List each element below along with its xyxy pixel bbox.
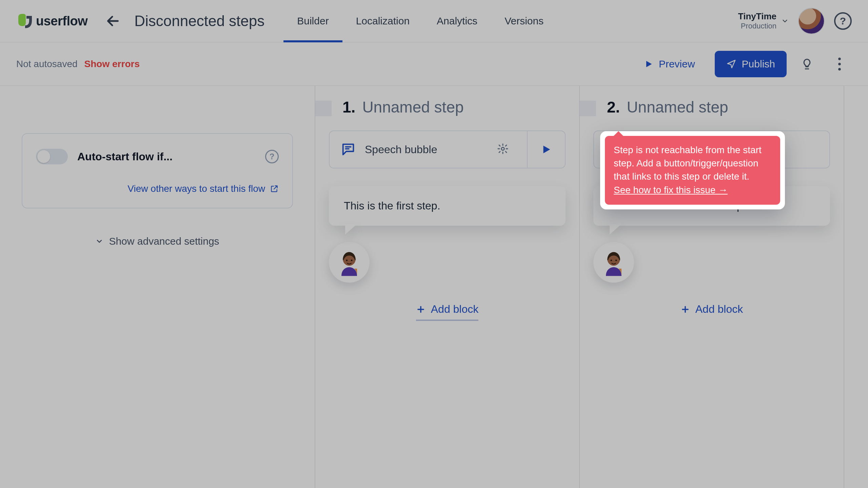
logo-mark-icon <box>16 13 33 29</box>
step-name: Unnamed step <box>362 98 463 116</box>
step-column-2: 2. Unnamed step Speech bubble And here i… <box>580 86 844 488</box>
workspace-name: TinyTime <box>738 12 776 22</box>
tab-label: Builder <box>297 15 329 27</box>
paper-plane-icon <box>726 59 736 69</box>
svg-point-1 <box>838 63 841 65</box>
auto-start-card: Auto-start flow if... ? View other ways … <box>22 133 293 208</box>
tab-builder[interactable]: Builder <box>283 0 342 42</box>
step-number: 2. <box>607 98 620 116</box>
bubble-tail-icon <box>610 224 621 235</box>
bubble-text: This is the first step. <box>344 200 440 212</box>
tab-label: Versions <box>505 15 544 27</box>
person-avatar-icon <box>598 247 629 278</box>
arrow-left-icon <box>105 14 120 28</box>
other-ways-label: View other ways to start this flow <box>127 183 265 194</box>
tab-localization[interactable]: Localization <box>342 0 423 42</box>
tab-label: Localization <box>356 15 410 27</box>
step-header[interactable]: 1. Unnamed step <box>342 98 566 116</box>
app-header: userflow Disconnected steps Builder Loca… <box>0 0 868 42</box>
step-error-tooltip: Step is not reachable from the start ste… <box>600 131 785 209</box>
block-type-label: Speech bubble <box>365 143 437 156</box>
svg-point-11 <box>615 260 617 261</box>
builder-toolbar: Not autosaved Show errors Preview Publis… <box>0 42 868 86</box>
help-icon: ? <box>840 15 846 27</box>
tab-versions[interactable]: Versions <box>491 0 557 42</box>
error-message: Step is not reachable from the start ste… <box>614 145 762 182</box>
speech-bubble-preview[interactable]: This is the first step. <box>329 186 566 226</box>
block-preview-button[interactable] <box>527 131 565 168</box>
external-link-icon <box>270 184 279 193</box>
page-title: Disconnected steps <box>134 13 264 29</box>
svg-point-6 <box>346 260 348 261</box>
canvas: Auto-start flow if... ? View other ways … <box>0 86 868 488</box>
auto-start-toggle[interactable] <box>36 149 68 164</box>
block-speech-bubble[interactable]: Speech bubble <box>329 130 566 168</box>
svg-point-0 <box>838 58 841 60</box>
svg-point-3 <box>501 147 505 150</box>
add-block-button[interactable]: Add block <box>416 303 479 321</box>
play-icon <box>644 59 653 69</box>
preview-button[interactable]: Preview <box>632 51 707 77</box>
plus-icon <box>416 305 426 314</box>
avatar[interactable] <box>798 8 825 34</box>
add-block-button[interactable]: Add block <box>680 303 743 321</box>
step-drag-handle[interactable] <box>580 101 596 116</box>
logo-text: userflow <box>36 14 87 28</box>
lightbulb-icon <box>801 58 813 70</box>
show-errors-link[interactable]: Show errors <box>84 59 140 69</box>
logo[interactable]: userflow <box>16 13 87 29</box>
workspace-switcher[interactable]: TinyTime Production <box>738 12 789 30</box>
step-name: Unnamed step <box>627 98 728 116</box>
help-button[interactable]: ? <box>834 12 852 30</box>
back-button[interactable] <box>101 9 125 33</box>
flow-settings-panel: Auto-start flow if... ? View other ways … <box>0 86 315 488</box>
svg-point-10 <box>611 260 612 261</box>
advanced-settings-toggle[interactable]: Show advanced settings <box>22 236 293 247</box>
step-column-1: 1. Unnamed step Speech bubble <box>315 86 580 488</box>
person-avatar-icon <box>334 247 365 278</box>
gear-icon[interactable] <box>497 143 509 155</box>
top-tabs: Builder Localization Analytics Versions <box>283 0 557 42</box>
speech-bubble-icon <box>340 142 356 157</box>
svg-point-2 <box>838 68 841 70</box>
toggle-knob <box>37 150 50 163</box>
add-block-label: Add block <box>431 303 479 316</box>
chevron-down-icon <box>781 17 789 25</box>
bubble-tail-icon <box>345 224 357 235</box>
auto-start-label: Auto-start flow if... <box>77 150 173 163</box>
speaker-avatar[interactable] <box>593 242 634 283</box>
auto-start-help-button[interactable]: ? <box>265 150 279 163</box>
step-drag-handle[interactable] <box>315 101 332 116</box>
svg-point-7 <box>351 260 353 261</box>
hints-button[interactable] <box>795 52 819 76</box>
other-ways-link[interactable]: View other ways to start this flow <box>36 183 279 194</box>
preview-label: Preview <box>659 58 695 70</box>
workspace-env: Production <box>741 22 776 30</box>
chevron-down-icon <box>95 237 103 245</box>
add-block-label: Add block <box>695 303 743 316</box>
publish-button[interactable]: Publish <box>715 51 787 77</box>
tooltip-arrow-icon <box>613 131 624 137</box>
step-number: 1. <box>342 98 355 116</box>
more-menu-button[interactable] <box>827 52 852 76</box>
autosave-status: Not autosaved <box>16 59 78 69</box>
tab-label: Analytics <box>437 15 477 27</box>
publish-label: Publish <box>742 58 775 70</box>
step-header[interactable]: 2. Unnamed step <box>607 98 830 116</box>
speaker-avatar[interactable] <box>329 242 370 283</box>
play-icon <box>540 144 552 155</box>
plus-icon <box>680 305 690 314</box>
tab-analytics[interactable]: Analytics <box>423 0 491 42</box>
question-icon: ? <box>270 152 275 161</box>
advanced-settings-label: Show advanced settings <box>109 236 219 247</box>
error-fix-link[interactable]: See how to fix this issue → <box>614 185 728 195</box>
kebab-icon <box>838 58 841 70</box>
